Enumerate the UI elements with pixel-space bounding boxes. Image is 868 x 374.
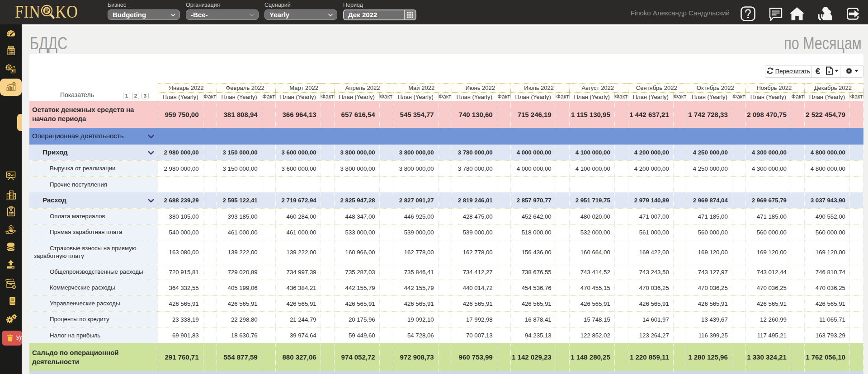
svg-text:%: % (7, 65, 10, 70)
svg-text:₽: ₽ (45, 7, 49, 14)
svg-text:$: $ (10, 226, 12, 230)
svg-text:x: x (828, 69, 830, 74)
